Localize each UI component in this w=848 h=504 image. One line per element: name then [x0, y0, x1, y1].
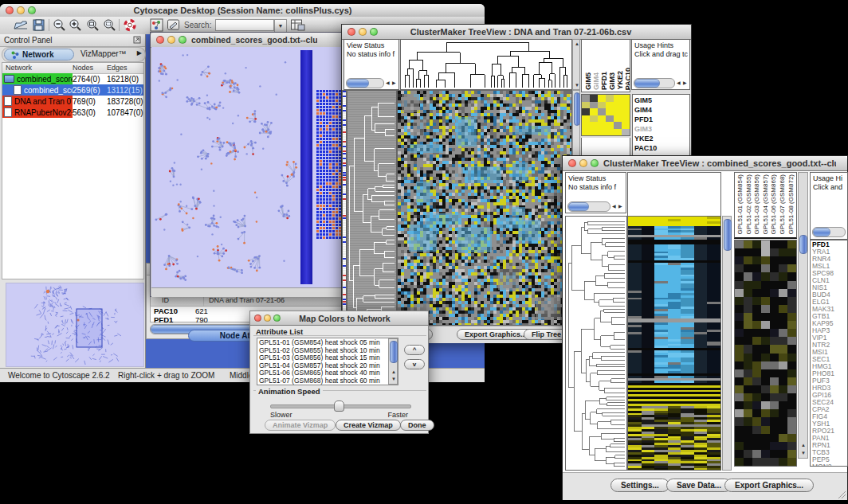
animation-slider[interactable] [270, 400, 410, 410]
tv1-hints-scrollbar[interactable] [634, 78, 675, 88]
tv1-column-label: GIM4 [592, 72, 600, 90]
data-col-attr[interactable]: DNA and Tran 07-21-06 [204, 296, 285, 306]
save-button[interactable] [32, 18, 45, 32]
tv2-heatmap[interactable] [627, 216, 721, 471]
tv2-status-scrollbar[interactable] [567, 201, 610, 212]
treeview2-titlebar[interactable]: ClusterMaker TreeView : combined_scores_… [563, 156, 847, 171]
network-tab-icon [11, 51, 19, 59]
move-down-button[interactable]: v [404, 359, 425, 369]
close-button[interactable] [347, 28, 355, 36]
resize-grip[interactable] [837, 490, 846, 499]
tv2-detail-heatmap[interactable] [734, 240, 797, 467]
zoom-selected-icon [103, 18, 117, 32]
open-file-button[interactable] [13, 18, 29, 32]
scroll-right-icon[interactable]: ▶ [392, 80, 396, 86]
zoom-fit-button[interactable] [86, 18, 100, 32]
main-titlebar[interactable]: Cytoscape Desktop (Session Name: collins… [0, 4, 485, 18]
tv2-usage-hints: Usage Hi Click and [810, 172, 848, 240]
network-name-cell: RNAPuberNov2+ [2, 107, 73, 118]
attribute-table-icon [290, 18, 305, 32]
minimize-button[interactable] [359, 28, 367, 36]
col-edges[interactable]: Edges [107, 64, 128, 72]
network-name: DNA and Tran 07 [14, 97, 73, 106]
tv2-row-dendrogram[interactable] [565, 216, 627, 471]
network-overview-panel[interactable] [6, 283, 144, 367]
animate-vizmap-button[interactable]: Animate Vizmap [265, 420, 336, 431]
scroll-right-icon[interactable]: ▶ [618, 203, 622, 209]
zoom-button[interactable] [179, 36, 186, 44]
scroll-left-icon[interactable]: ◀ [677, 80, 681, 86]
network-edges: 13112(15) [107, 84, 145, 96]
dialog-titlebar[interactable]: Map Colors to Network [250, 311, 428, 326]
tv2-save-data-button[interactable]: Save Data... [666, 479, 732, 492]
tv1-export-graphics-button[interactable]: Export Graphics... [457, 329, 535, 340]
attribute-list-vscrollbar[interactable]: ▲ ▼ [388, 338, 398, 385]
tv2-settings-button[interactable]: Settings... [610, 479, 669, 492]
create-vizmap-button[interactable]: Create Vizmap [336, 420, 401, 431]
close-button[interactable] [156, 36, 164, 44]
data-col-id[interactable]: ID [151, 296, 204, 306]
treeview1-titlebar[interactable]: ClusterMaker TreeView : DNA and Tran 07-… [342, 25, 691, 40]
search-input[interactable] [215, 19, 274, 31]
zoom-button[interactable] [28, 6, 36, 14]
slider-thumb[interactable] [334, 400, 344, 412]
tv2-heatmap-vscrollbar[interactable] [722, 216, 732, 471]
network-row[interactable]: combined_sco2569(6)13112(15) [2, 84, 143, 96]
toolbar-separator [119, 19, 120, 31]
tv1-column-label: GIM5 [584, 72, 592, 90]
zoom-button[interactable] [273, 315, 281, 322]
tv2-outer-vscrollbar[interactable]: ▲ ▼ [798, 172, 808, 459]
tv1-summary-matrix[interactable] [581, 94, 630, 136]
tab-network[interactable]: Network [4, 49, 74, 61]
network-row[interactable]: DNA and Tran 07769(0)183728(0) [2, 96, 143, 107]
col-nodes[interactable]: Nodes [73, 64, 93, 72]
move-up-button[interactable]: ^ [404, 345, 425, 355]
scroll-left-icon[interactable]: ◀ [386, 80, 390, 86]
scroll-right-icon[interactable]: ▶ [683, 80, 687, 86]
zoom-button[interactable] [370, 28, 378, 36]
panel-toggle-button[interactable] [150, 18, 163, 32]
minimize-button[interactable] [17, 6, 25, 14]
close-button[interactable] [568, 159, 576, 167]
tv1-status-scrollbar[interactable] [346, 78, 384, 88]
tv2-usage-hints-text: Click and [813, 183, 842, 191]
tab-overflow-arrow[interactable]: ▶ [137, 49, 142, 57]
tv1-column-dendrogram[interactable] [400, 39, 572, 90]
done-button[interactable]: Done [400, 420, 434, 431]
tv1-vscrollbar-top[interactable]: ▲▼ [572, 39, 580, 90]
network-view-titlebar[interactable]: combined_scores_good.txt--cluste... [151, 33, 344, 48]
attribute-item[interactable]: GPL51-07 (GSM868) heat shock 60 min [257, 377, 398, 385]
open-folder-icon [13, 18, 29, 32]
tv1-column-label: YKE2 [616, 71, 624, 90]
col-network[interactable]: Network [6, 64, 32, 72]
tab-vizmapper[interactable]: VizMapper™ [76, 49, 132, 59]
zoom-out-button[interactable] [53, 18, 67, 32]
close-button[interactable] [254, 315, 261, 322]
network-nodes: 2569(6) [73, 84, 106, 96]
minimize-button[interactable] [167, 36, 175, 44]
tv1-row-dendrogram[interactable] [347, 90, 397, 326]
minimize-button[interactable] [579, 159, 587, 167]
tv1-row-label: PAC10 [634, 143, 688, 153]
help-button[interactable] [123, 18, 137, 32]
annotation-button[interactable] [167, 18, 181, 32]
network-row[interactable]: RNAPuberNov2+563(0)107847(0) [2, 107, 143, 118]
network-canvas[interactable] [151, 47, 344, 287]
tv2-hints-scrollbar[interactable] [812, 227, 846, 237]
minimize-button[interactable] [264, 315, 271, 322]
float-panel-icon[interactable] [133, 36, 141, 44]
tv2-export-graphics-button[interactable]: Export Graphics... [724, 479, 814, 492]
tv1-view-status-text: No status info f [347, 50, 395, 58]
zoom-in-button[interactable] [69, 18, 83, 32]
network-row[interactable]: combined_scores_2764(0)16218(0) [2, 73, 143, 84]
save-icon [32, 18, 45, 32]
search-dropdown-button[interactable]: ▼ [274, 19, 287, 33]
tv1-heatmap[interactable] [397, 90, 572, 326]
attribute-browser-button[interactable] [290, 18, 305, 32]
network-table: Network Nodes Edges combined_scores_2764… [2, 62, 144, 279]
zoom-selected-button[interactable] [103, 18, 117, 32]
scroll-left-icon[interactable]: ◀ [612, 203, 616, 209]
close-button[interactable] [6, 6, 14, 14]
attribute-listbox[interactable]: GPL51-01 (GSM854) heat shock 05 minGPL51… [257, 338, 398, 385]
zoom-button[interactable] [591, 159, 599, 167]
